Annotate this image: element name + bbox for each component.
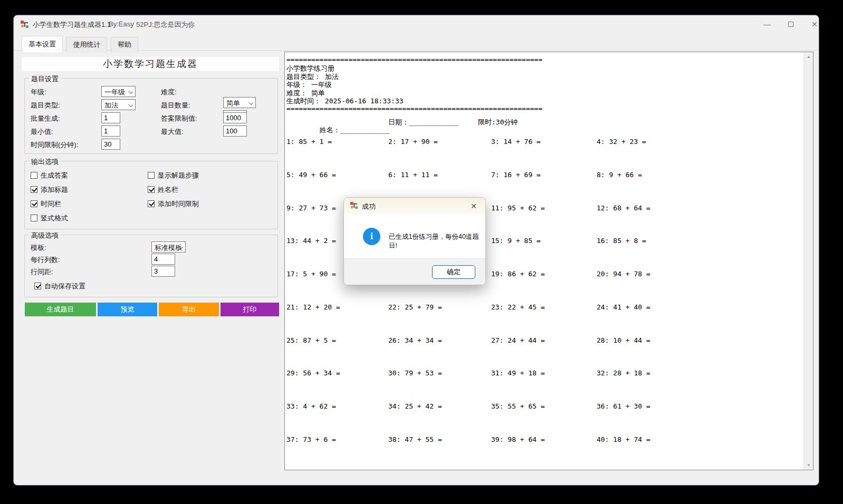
min-value-input[interactable]	[101, 125, 120, 137]
problem: 30: 79 + 53 =	[388, 369, 442, 377]
dialog-body: i 已生成1份练习册，每份40道题目!	[344, 214, 485, 259]
info-icon: i	[363, 228, 380, 245]
checkbox-show-steps[interactable]: 显示解题步骤	[148, 171, 199, 180]
scroll-down-icon[interactable]: ▼	[804, 461, 813, 470]
problem: 40: 18 + 74 =	[597, 435, 650, 443]
row-spacing-label: 行间距:	[31, 267, 53, 277]
problem: 9: 27 + 73 =	[286, 204, 336, 212]
checkbox-name-field[interactable]: 姓名栏	[148, 185, 178, 195]
batch-input[interactable]	[101, 112, 120, 123]
problem: 28: 10 + 44 =	[597, 336, 650, 344]
grade-select[interactable]: 一年级	[101, 86, 136, 97]
problem: 7: 16 + 69 =	[491, 171, 541, 179]
preview-button[interactable]: 预览	[98, 303, 157, 316]
problem: 37: 73 + 6 =	[286, 435, 336, 443]
checkbox-checked-icon	[148, 200, 155, 207]
action-button-row: 生成题目 预览 导出 打印	[25, 303, 279, 316]
problem: 26: 34 + 34 =	[388, 336, 442, 344]
group-question-settings: 题目设置 年级: 一年级 难度: 简单 题目类型: 加法	[24, 78, 278, 154]
problem: 31: 49 + 18 =	[491, 369, 545, 377]
row-spacing-input[interactable]	[151, 266, 175, 277]
problem: 1: 85 + 1 =	[286, 138, 332, 146]
problem: 16: 85 + 8 =	[597, 237, 646, 245]
checkbox-generate-answers[interactable]: 生成答案	[31, 171, 68, 180]
dialog-close-button[interactable]: ✕	[467, 200, 480, 212]
app-icon	[20, 20, 29, 29]
generate-button[interactable]: 生成题目	[25, 303, 96, 316]
window-title: 小学生数学习题生成器1.1	[33, 20, 111, 30]
min-value-label: 最小值:	[31, 127, 53, 137]
problem: 32: 28 + 18 =	[597, 369, 650, 377]
app-icon	[350, 201, 358, 210]
question-type-label: 题目类型:	[31, 101, 60, 110]
group-output-options-legend: 输出选项	[29, 157, 61, 167]
group-advanced-options-legend: 高级选项	[29, 231, 61, 240]
divider-line: ========================================…	[286, 55, 542, 63]
problem: 29: 56 + 34 =	[286, 369, 340, 377]
problem: 21: 12 + 20 =	[286, 303, 340, 311]
max-value-input[interactable]	[223, 125, 247, 137]
problem: 5: 49 + 66 =	[286, 171, 336, 179]
problem: 3: 14 + 76 =	[491, 138, 541, 146]
ok-button[interactable]: 确定	[432, 265, 475, 279]
name-blank: 姓名：____________	[320, 126, 390, 134]
settings-panel: 小学数学习题生成器 题目设置 年级: 一年级 难度: 简单 题目类型: 加法	[14, 51, 284, 485]
tab-basic-settings[interactable]: 基本设置	[22, 36, 63, 52]
question-type-select[interactable]: 加法	[101, 99, 136, 110]
dialog-message: 已生成1份练习册，每份40道题目!	[389, 232, 485, 250]
template-select[interactable]: 标准模板	[151, 241, 186, 253]
checkbox-checked-icon	[31, 186, 37, 193]
tab-usage-stats[interactable]: 使用统计	[66, 37, 107, 53]
window-subtitle-credit: 52PJ:思念是因为你	[136, 20, 195, 30]
title-bar: 小学生数学习题生成器1.1 By:Easy 52PJ:思念是因为你 — ✕	[14, 15, 819, 33]
difficulty-label: 难度:	[161, 88, 177, 97]
problem: 19: 86 + 62 =	[491, 270, 545, 278]
scroll-up-icon[interactable]: ▲	[804, 52, 813, 61]
chevron-down-icon	[128, 102, 133, 107]
checkbox-checked-icon	[31, 200, 37, 207]
checkbox-autosave-settings[interactable]: 自动保存设置	[34, 282, 85, 291]
problem: 24: 41 + 40 =	[597, 303, 650, 311]
problem: 8: 9 + 66 =	[597, 171, 642, 179]
problem: 39: 98 + 64 =	[491, 435, 545, 443]
chevron-down-icon	[128, 89, 133, 94]
checkbox-add-title[interactable]: 添加标题	[31, 185, 68, 195]
batch-label: 批量生成:	[31, 114, 60, 123]
checkbox-icon	[31, 172, 37, 179]
preview-scrollbar[interactable]: ▲ ▼	[803, 52, 813, 470]
success-dialog: 成功 ✕ i 已生成1份练习册，每份40道题目! 确定	[343, 197, 486, 285]
problem: 27: 24 + 44 =	[491, 336, 545, 344]
cols-per-row-label: 每行列数:	[31, 255, 60, 265]
problem: 12: 68 + 64 =	[597, 204, 650, 212]
checkbox-icon	[148, 172, 155, 179]
problem: 22: 25 + 79 =	[388, 303, 442, 311]
export-button[interactable]: 导出	[159, 303, 218, 316]
problem: 38: 47 + 55 =	[388, 435, 442, 443]
problem: 4: 32 + 23 =	[597, 138, 646, 146]
max-value-label: 最大值:	[161, 127, 184, 137]
minimize-button[interactable]: —	[756, 17, 778, 31]
tab-help[interactable]: 帮助	[111, 37, 138, 53]
answer-limit-input[interactable]	[223, 112, 247, 123]
problem: 6: 11 + 11 =	[388, 171, 438, 179]
problem: 34: 25 + 42 =	[388, 402, 442, 410]
print-button[interactable]: 打印	[221, 303, 279, 316]
checkbox-vertical-format[interactable]: 竖式格式	[31, 214, 68, 223]
maximize-button[interactable]	[780, 17, 801, 31]
cols-per-row-input[interactable]	[151, 254, 175, 265]
app-window: 小学生数学习题生成器1.1 By:Easy 52PJ:思念是因为你 — ✕ 基本…	[13, 15, 819, 486]
template-label: 模板:	[31, 243, 46, 253]
checkbox-add-time-limit[interactable]: 添加时间限制	[148, 199, 199, 209]
grade-label: 年级:	[31, 88, 46, 97]
dialog-title: 成功	[362, 202, 376, 211]
tab-strip: 基本设置 使用统计 帮助	[14, 36, 819, 51]
close-button[interactable]: ✕	[804, 17, 819, 31]
time-limit-input[interactable]	[101, 139, 120, 150]
problem: 17: 5 + 90 =	[286, 270, 336, 278]
window-subtitle-by: By:Easy	[109, 20, 134, 28]
checkbox-checked-icon	[34, 283, 41, 289]
problem: 35: 55 + 65 =	[491, 402, 545, 410]
problem: 36: 61 + 30 =	[597, 402, 650, 410]
checkbox-time-field[interactable]: 时间栏	[31, 199, 61, 209]
group-advanced-options: 高级选项 模板: 标准模板 每行列数: 行间距: 自动保存设置	[24, 235, 278, 297]
